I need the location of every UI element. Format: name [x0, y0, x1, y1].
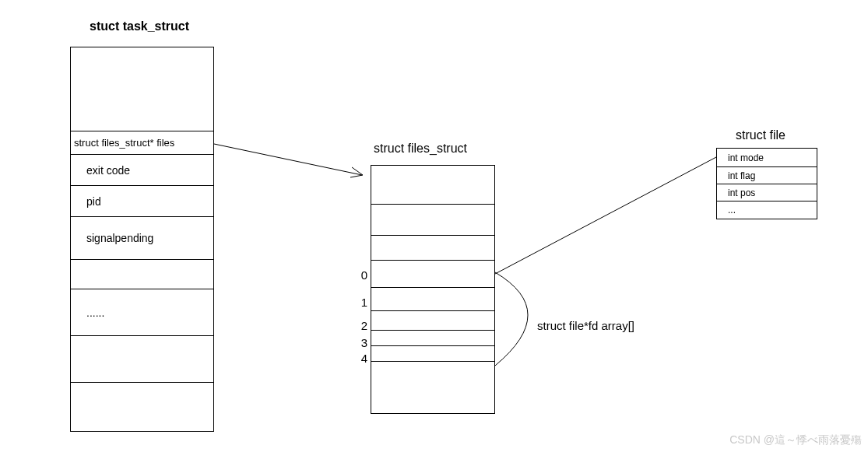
files-struct-idx3: [371, 331, 494, 346]
svg-line-1: [495, 157, 716, 274]
idx-0: 0: [357, 268, 367, 282]
watermark: CSDN @這～悸べ雨落憂殤: [729, 433, 862, 447]
idx-4: 4: [357, 352, 367, 365]
task-struct-box: struct files_struct* files exit code pid…: [70, 47, 214, 432]
files-struct-box: [371, 165, 495, 414]
task-struct-files-row: struct files_struct* files: [71, 131, 213, 155]
idx-3: 3: [357, 336, 367, 349]
files-struct-idx0: [371, 261, 494, 288]
files-struct-idx2: [371, 311, 494, 331]
fd-array-label: struct file*fd array[]: [537, 319, 634, 332]
struct-file-mode: int mode: [717, 149, 817, 167]
title-task-struct: stuct task_struct: [90, 19, 189, 33]
title-files-struct: struct files_struct: [374, 142, 467, 156]
task-struct-signalpending-row: signalpending: [71, 217, 213, 260]
files-struct-idx4: [371, 346, 494, 362]
task-struct-blank-mid: [71, 260, 213, 289]
task-struct-exitcode-row: exit code: [71, 155, 213, 186]
task-struct-ellipsis-row: ......: [71, 289, 213, 336]
struct-file-box: int mode int flag int pos ...: [716, 148, 817, 219]
struct-file-flag: int flag: [717, 167, 817, 184]
task-struct-blank-top: [71, 47, 213, 131]
files-struct-idx1: [371, 288, 494, 311]
files-struct-row-c: [371, 236, 494, 261]
files-struct-row-a: [371, 166, 494, 205]
title-struct-file: struct file: [736, 128, 785, 142]
files-struct-row-b: [371, 205, 494, 236]
struct-file-more: ...: [717, 201, 817, 219]
task-struct-pid-row: pid: [71, 186, 213, 217]
struct-file-pos: int pos: [717, 184, 817, 201]
idx-1: 1: [357, 296, 367, 309]
task-struct-blank-bottom: [71, 336, 213, 383]
svg-line-0: [214, 144, 362, 175]
idx-2: 2: [357, 319, 367, 332]
